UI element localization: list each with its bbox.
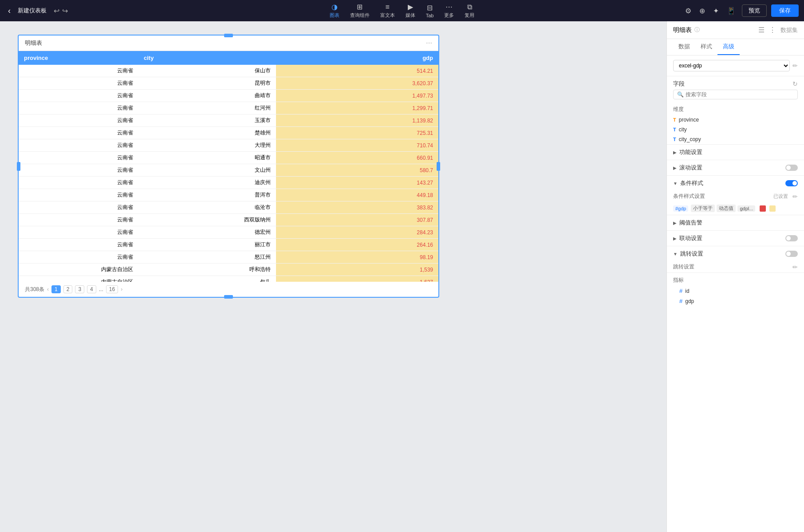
datasource-edit-icon[interactable]: ✏	[792, 62, 798, 69]
tab-advanced[interactable]: 高级	[717, 39, 740, 55]
table-component: 明细表 ⋯ province city gdp 云南省保山市514.21云南省昆…	[18, 35, 439, 298]
table-row: 云南省德宏州284.23	[19, 226, 438, 239]
prev-page-button[interactable]: ‹	[47, 286, 49, 292]
resize-handle-top[interactable]	[224, 34, 233, 37]
right-panel-header: 明细表 ⓘ ☰ ⋮ 数据集	[667, 21, 804, 39]
table-title-bar: 明细表 ⋯	[19, 35, 438, 51]
cell-gdp: 284.23	[276, 226, 438, 239]
field-refresh-icon[interactable]: ↻	[792, 80, 798, 87]
page-1-button[interactable]: 1	[51, 285, 61, 293]
save-button[interactable]: 保存	[771, 4, 799, 17]
top-bar-right: ⚙ ⊕ ✦ 📱 预览 保存	[683, 4, 799, 17]
cell-province: 内蒙古自治区	[19, 264, 138, 276]
cond-tag-dynamic: 动态值	[717, 205, 736, 212]
panel-menu-icon[interactable]: ☰	[758, 26, 765, 34]
toolbar-query[interactable]: ⊞ 查询组件	[346, 1, 374, 20]
table-row: 云南省普洱市449.18	[19, 189, 438, 201]
toggle-scroll[interactable]	[785, 165, 798, 171]
expand-arrow-feature: ▶	[673, 150, 677, 155]
cell-gdp: 710.74	[276, 139, 438, 152]
condition-edit-icon[interactable]: ✏	[792, 193, 798, 200]
preview-button[interactable]: 预览	[742, 4, 767, 17]
cell-province: 云南省	[19, 239, 138, 251]
section-alert: ▶ 阈值告警	[667, 215, 804, 230]
jump-detail-row: 跳转设置 ✏	[667, 261, 804, 272]
toolbar-query-label: 查询组件	[350, 12, 370, 19]
page-2-button[interactable]: 2	[63, 285, 73, 293]
section-condition-title: 条件样式	[680, 179, 703, 187]
top-bar: ‹ 新建仪表板 ↩ ↪ ◑ 图表 ⊞ 查询组件 ≡ 富文本 ▶ 媒体 ⊟ Tab…	[0, 0, 804, 21]
device-icon[interactable]: 📱	[725, 5, 737, 17]
panel-tabs: 数据 样式 高级	[667, 39, 804, 55]
share-icon[interactable]: ⊕	[698, 5, 707, 17]
next-page-button[interactable]: ›	[121, 286, 122, 292]
toggle-linkage[interactable]	[785, 235, 798, 241]
header-city: city	[138, 51, 276, 65]
table-row: 内蒙古自治区呼和浩特1,539	[19, 264, 438, 276]
page-4-button[interactable]: 4	[87, 285, 96, 293]
toggle-jump[interactable]	[785, 251, 798, 257]
cell-province: 云南省	[19, 77, 138, 90]
settings-icon[interactable]: ⚙	[683, 5, 693, 17]
back-button[interactable]: ‹	[5, 5, 13, 16]
cell-gdp: 1,139.82	[276, 114, 438, 127]
toolbar-media[interactable]: ▶ 媒体	[401, 1, 420, 20]
undo-redo-group: ↩ ↪	[54, 7, 68, 15]
toolbar-richtext[interactable]: ≡ 富文本	[376, 1, 399, 20]
condition-tags: 小于等于 动态值 gdpl...	[691, 205, 755, 212]
section-jump-header[interactable]: ▼ 跳转设置	[667, 246, 804, 261]
type-icon-id: #	[679, 288, 682, 294]
info-icon[interactable]: ⓘ	[694, 26, 700, 34]
toolbar-chart[interactable]: ◑ 图表	[325, 1, 344, 20]
table-row: 云南省文山州580.7	[19, 164, 438, 177]
section-condition-header[interactable]: ▼ 条件样式	[667, 176, 804, 191]
header-province: province	[19, 51, 138, 65]
panel-more-icon[interactable]: ⋮	[769, 26, 776, 34]
condition-status: 已设置	[773, 193, 788, 200]
data-table: province city gdp 云南省保山市514.21云南省昆明市3,62…	[19, 51, 438, 282]
cell-city: 呼和浩特	[138, 264, 276, 276]
expand-arrow-scroll: ▶	[673, 166, 677, 170]
section-feature-title: 功能设置	[679, 148, 702, 156]
toolbar-copy[interactable]: ⧉ 复用	[460, 1, 479, 20]
page-3-button[interactable]: 3	[75, 285, 84, 293]
resize-handle-right[interactable]	[437, 162, 440, 171]
page-16-button[interactable]: 16	[106, 285, 118, 293]
tab-data[interactable]: 数据	[673, 39, 695, 55]
table-options-icon[interactable]: ⋯	[426, 39, 432, 47]
datasource-select[interactable]: excel-gdp	[673, 60, 790, 71]
panel-title: 明细表	[673, 26, 692, 34]
cell-city: 迪庆州	[138, 177, 276, 189]
toolbar-tab[interactable]: ⊟ Tab	[422, 2, 438, 20]
tab-style[interactable]: 样式	[695, 39, 717, 55]
cell-gdp: 580.7	[276, 164, 438, 177]
cell-gdp: 1,539	[276, 264, 438, 276]
resize-handle-bottom[interactable]	[224, 295, 233, 299]
datasource-icon[interactable]: 数据集	[780, 26, 798, 34]
resize-handle-left[interactable]	[17, 162, 20, 171]
cell-province: 云南省	[19, 177, 138, 189]
toggle-condition[interactable]	[785, 180, 798, 186]
copy-icon: ⧉	[467, 3, 472, 11]
section-scroll-header[interactable]: ▶ 滚动设置	[667, 160, 804, 175]
cell-city: 保山市	[138, 65, 276, 77]
cell-city: 大理州	[138, 139, 276, 152]
panel-header-actions: ☰ ⋮ 数据集	[758, 26, 798, 34]
jump-edit-icon[interactable]: ✏	[792, 264, 798, 271]
redo-button[interactable]: ↪	[62, 7, 68, 15]
section-alert-header[interactable]: ▶ 阈值告警	[667, 215, 804, 230]
section-linkage-header[interactable]: ▶ 联动设置	[667, 231, 804, 246]
cell-gdp: 449.18	[276, 189, 438, 201]
section-feature-header[interactable]: ▶ 功能设置	[667, 145, 804, 160]
field-name-province: province	[679, 117, 699, 123]
type-icon-city: T	[673, 127, 676, 132]
field-section-header: 字段 ↻	[667, 76, 804, 90]
field-search-input[interactable]	[686, 91, 794, 98]
cell-gdp: 725.31	[276, 127, 438, 139]
undo-button[interactable]: ↩	[54, 7, 59, 15]
theme-icon[interactable]: ✦	[711, 5, 721, 17]
jump-settings-label: 跳转设置	[673, 263, 792, 271]
richtext-icon: ≡	[385, 3, 389, 11]
toolbar-more[interactable]: ⋯ 更多	[440, 1, 458, 20]
cell-city: 昭通市	[138, 152, 276, 164]
